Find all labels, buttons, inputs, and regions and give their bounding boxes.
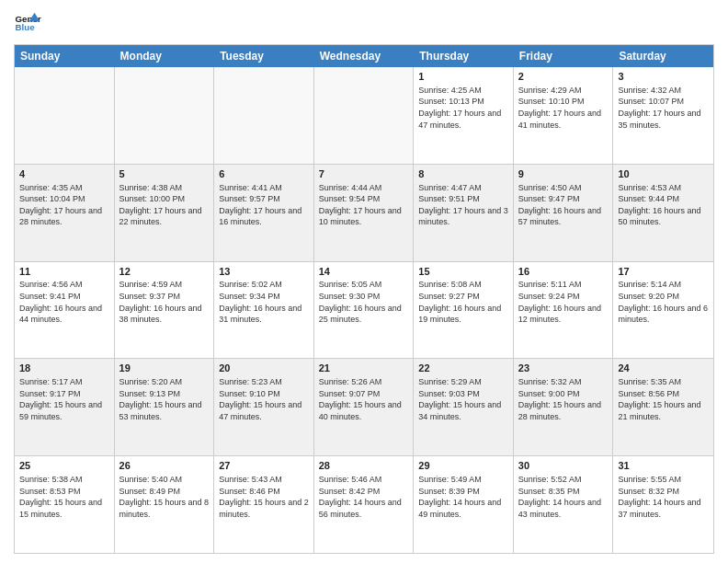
daylight-hours: Sunrise: 4:35 AM Sunset: 10:04 PM Daylig…: [19, 182, 109, 228]
day-number: 7: [319, 167, 409, 181]
calendar-cell: 26Sunrise: 5:40 AM Sunset: 8:49 PM Dayli…: [115, 456, 215, 553]
daylight-hours: Sunrise: 5:26 AM Sunset: 9:07 PM Dayligh…: [319, 376, 409, 422]
calendar-cell: 30Sunrise: 5:52 AM Sunset: 8:35 PM Dayli…: [514, 456, 614, 553]
svg-text:Blue: Blue: [16, 22, 36, 32]
daylight-hours: Sunrise: 5:52 AM Sunset: 8:35 PM Dayligh…: [518, 474, 609, 520]
daylight-hours: Sunrise: 5:35 AM Sunset: 8:56 PM Dayligh…: [618, 376, 709, 422]
day-number: 3: [618, 70, 709, 84]
calendar-row: 25Sunrise: 5:38 AM Sunset: 8:53 PM Dayli…: [15, 456, 713, 553]
daylight-hours: Sunrise: 4:53 AM Sunset: 9:44 PM Dayligh…: [618, 182, 709, 228]
day-number: 17: [618, 265, 709, 279]
daylight-hours: Sunrise: 5:08 AM Sunset: 9:27 PM Dayligh…: [418, 279, 508, 325]
day-number: 15: [418, 265, 508, 279]
calendar-cell: 4Sunrise: 4:35 AM Sunset: 10:04 PM Dayli…: [15, 165, 115, 261]
daylight-hours: Sunrise: 5:20 AM Sunset: 9:13 PM Dayligh…: [119, 376, 210, 422]
calendar-cell: 23Sunrise: 5:32 AM Sunset: 9:00 PM Dayli…: [514, 359, 614, 455]
header-day: Monday: [115, 45, 215, 67]
calendar-cell: 12Sunrise: 4:59 AM Sunset: 9:37 PM Dayli…: [115, 262, 215, 359]
day-number: 26: [119, 459, 210, 473]
calendar-cell: [115, 67, 215, 164]
calendar-row: 1Sunrise: 4:25 AM Sunset: 10:13 PM Dayli…: [15, 67, 713, 165]
day-number: 2: [518, 70, 609, 84]
calendar: SundayMondayTuesdayWednesdayThursdayFrid…: [14, 44, 714, 554]
calendar-cell: 15Sunrise: 5:08 AM Sunset: 9:27 PM Dayli…: [414, 262, 514, 359]
daylight-hours: Sunrise: 5:40 AM Sunset: 8:49 PM Dayligh…: [119, 474, 210, 520]
day-number: 4: [19, 167, 109, 181]
header-day: Saturday: [613, 45, 713, 67]
logo: General Blue: [14, 9, 41, 37]
day-number: 30: [518, 459, 609, 473]
calendar-cell: 19Sunrise: 5:20 AM Sunset: 9:13 PM Dayli…: [115, 359, 215, 455]
daylight-hours: Sunrise: 4:38 AM Sunset: 10:00 PM Daylig…: [119, 182, 210, 228]
day-number: 25: [19, 459, 109, 473]
day-number: 6: [219, 167, 309, 181]
day-number: 14: [319, 265, 409, 279]
day-number: 29: [418, 459, 508, 473]
calendar-cell: [15, 67, 115, 164]
day-number: 10: [618, 167, 709, 181]
day-number: 5: [119, 167, 210, 181]
day-number: 22: [418, 362, 508, 375]
header-day: Tuesday: [214, 45, 314, 67]
calendar-cell: 3Sunrise: 4:32 AM Sunset: 10:07 PM Dayli…: [613, 67, 713, 164]
daylight-hours: Sunrise: 5:32 AM Sunset: 9:00 PM Dayligh…: [518, 376, 609, 422]
calendar-cell: 20Sunrise: 5:23 AM Sunset: 9:10 PM Dayli…: [214, 359, 314, 455]
calendar-cell: 14Sunrise: 5:05 AM Sunset: 9:30 PM Dayli…: [314, 262, 415, 359]
calendar-body: 1Sunrise: 4:25 AM Sunset: 10:13 PM Dayli…: [15, 67, 713, 553]
calendar-cell: 21Sunrise: 5:26 AM Sunset: 9:07 PM Dayli…: [314, 359, 415, 455]
day-number: 31: [618, 459, 709, 473]
calendar-cell: 10Sunrise: 4:53 AM Sunset: 9:44 PM Dayli…: [613, 165, 713, 261]
day-number: 18: [19, 362, 109, 375]
calendar-cell: 31Sunrise: 5:55 AM Sunset: 8:32 PM Dayli…: [613, 456, 713, 553]
daylight-hours: Sunrise: 5:29 AM Sunset: 9:03 PM Dayligh…: [418, 376, 508, 422]
calendar-cell: 13Sunrise: 5:02 AM Sunset: 9:34 PM Dayli…: [214, 262, 314, 359]
calendar-cell: 25Sunrise: 5:38 AM Sunset: 8:53 PM Dayli…: [15, 456, 115, 553]
day-number: 8: [418, 167, 508, 181]
daylight-hours: Sunrise: 4:50 AM Sunset: 9:47 PM Dayligh…: [518, 182, 609, 228]
daylight-hours: Sunrise: 4:56 AM Sunset: 9:41 PM Dayligh…: [19, 279, 109, 325]
daylight-hours: Sunrise: 5:46 AM Sunset: 8:42 PM Dayligh…: [319, 474, 409, 520]
calendar-cell: [314, 67, 415, 164]
calendar-cell: 22Sunrise: 5:29 AM Sunset: 9:03 PM Dayli…: [414, 359, 514, 455]
daylight-hours: Sunrise: 5:23 AM Sunset: 9:10 PM Dayligh…: [219, 376, 309, 422]
day-number: 28: [319, 459, 409, 473]
header-day: Sunday: [15, 45, 115, 67]
daylight-hours: Sunrise: 4:59 AM Sunset: 9:37 PM Dayligh…: [119, 279, 210, 325]
daylight-hours: Sunrise: 4:25 AM Sunset: 10:13 PM Daylig…: [418, 85, 508, 131]
daylight-hours: Sunrise: 5:43 AM Sunset: 8:46 PM Dayligh…: [219, 474, 309, 520]
day-number: 19: [119, 362, 210, 375]
daylight-hours: Sunrise: 4:29 AM Sunset: 10:10 PM Daylig…: [518, 85, 609, 131]
day-number: 27: [219, 459, 309, 473]
calendar-cell: 8Sunrise: 4:47 AM Sunset: 9:51 PM Daylig…: [414, 165, 514, 261]
daylight-hours: Sunrise: 4:32 AM Sunset: 10:07 PM Daylig…: [618, 85, 709, 131]
calendar-row: 4Sunrise: 4:35 AM Sunset: 10:04 PM Dayli…: [15, 165, 713, 262]
header-day: Friday: [514, 45, 614, 67]
calendar-cell: 18Sunrise: 5:17 AM Sunset: 9:17 PM Dayli…: [15, 359, 115, 455]
calendar-cell: 27Sunrise: 5:43 AM Sunset: 8:46 PM Dayli…: [214, 456, 314, 553]
page: General Blue SundayMondayTuesdayWednesda…: [0, 0, 728, 563]
day-number: 21: [319, 362, 409, 375]
calendar-cell: 29Sunrise: 5:49 AM Sunset: 8:39 PM Dayli…: [414, 456, 514, 553]
calendar-cell: 7Sunrise: 4:44 AM Sunset: 9:54 PM Daylig…: [314, 165, 415, 261]
calendar-cell: 6Sunrise: 4:41 AM Sunset: 9:57 PM Daylig…: [214, 165, 314, 261]
calendar-cell: 17Sunrise: 5:14 AM Sunset: 9:20 PM Dayli…: [613, 262, 713, 359]
day-number: 16: [518, 265, 609, 279]
calendar-cell: 2Sunrise: 4:29 AM Sunset: 10:10 PM Dayli…: [514, 67, 614, 164]
calendar-header: SundayMondayTuesdayWednesdayThursdayFrid…: [15, 45, 713, 67]
calendar-row: 11Sunrise: 4:56 AM Sunset: 9:41 PM Dayli…: [15, 262, 713, 360]
daylight-hours: Sunrise: 5:05 AM Sunset: 9:30 PM Dayligh…: [319, 279, 409, 325]
header-day: Wednesday: [314, 45, 415, 67]
day-number: 23: [518, 362, 609, 375]
day-number: 24: [618, 362, 709, 375]
day-number: 1: [418, 70, 508, 84]
header: General Blue: [14, 9, 714, 37]
daylight-hours: Sunrise: 5:49 AM Sunset: 8:39 PM Dayligh…: [418, 474, 508, 520]
day-number: 13: [219, 265, 309, 279]
day-number: 9: [518, 167, 609, 181]
calendar-row: 18Sunrise: 5:17 AM Sunset: 9:17 PM Dayli…: [15, 359, 713, 456]
daylight-hours: Sunrise: 4:44 AM Sunset: 9:54 PM Dayligh…: [319, 182, 409, 228]
day-number: 20: [219, 362, 309, 375]
calendar-cell: 16Sunrise: 5:11 AM Sunset: 9:24 PM Dayli…: [514, 262, 614, 359]
daylight-hours: Sunrise: 4:41 AM Sunset: 9:57 PM Dayligh…: [219, 182, 309, 228]
logo-icon: General Blue: [14, 9, 41, 37]
